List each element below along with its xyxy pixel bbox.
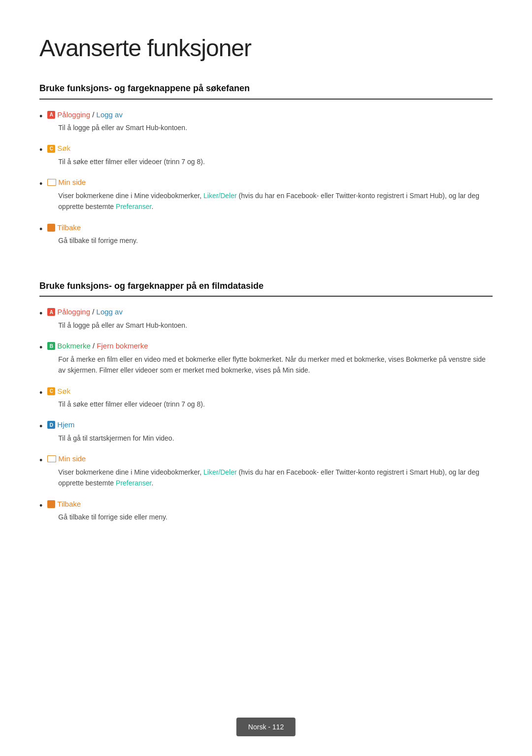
bullet: •	[39, 342, 42, 354]
liker-deler-link[interactable]: Liker/Deler	[203, 192, 237, 200]
minside-icon2	[47, 455, 56, 462]
list-item: • BBokmerke / Fjern bokmerke For å merke…	[39, 341, 493, 383]
section1-list: • APålogging / Logg av Til å logge på el…	[39, 109, 493, 254]
bullet: •	[39, 308, 42, 320]
item-hjem: DHjem Til å gå til startskjermen for Min…	[47, 419, 493, 451]
sok-link[interactable]: Søk	[57, 144, 70, 152]
sok-link2[interactable]: Søk	[57, 387, 70, 395]
liker-deler-link2[interactable]: Liker/Deler	[203, 468, 237, 476]
tilbake-icon	[47, 224, 55, 232]
bokmerke-link[interactable]: Bokmerke	[57, 342, 91, 350]
section2-list: • APålogging / Logg av Til å logge på el…	[39, 307, 493, 530]
item-label: Min side	[47, 177, 493, 188]
bullet: •	[39, 223, 42, 236]
minside-link2[interactable]: Min side	[58, 454, 86, 463]
c-button-icon: C	[47, 145, 55, 153]
item-label: APålogging / Logg av	[47, 307, 493, 318]
list-item: • Min side Viser bokmerkene dine i Mine …	[39, 453, 493, 496]
minside-link[interactable]: Min side	[58, 178, 86, 186]
d-button-icon: D	[47, 421, 55, 429]
item-label: APålogging / Logg av	[47, 109, 493, 121]
fjern-bokmerke-link[interactable]: Fjern bokmerke	[97, 342, 148, 350]
footer-label: Norsk - 112	[236, 718, 296, 736]
loggav-link2[interactable]: Logg av	[97, 308, 123, 316]
bullet: •	[39, 387, 42, 399]
bullet: •	[39, 420, 42, 433]
tilbake-link2[interactable]: Tilbake	[57, 500, 81, 508]
list-item: • APålogging / Logg av Til å logge på el…	[39, 307, 493, 339]
preferanser-link2[interactable]: Preferanser	[116, 479, 151, 487]
bullet: •	[39, 500, 42, 512]
a-button-icon: A	[47, 308, 55, 316]
item-label: CSøk	[47, 143, 493, 154]
item-minside2: Min side Viser bokmerkene dine i Mine vi…	[47, 453, 493, 496]
list-item: • APålogging / Logg av Til å logge på el…	[39, 109, 493, 141]
section-filmdataside: Bruke funksjons- og fargeknapper på en f…	[39, 279, 493, 531]
item-palogging1: APålogging / Logg av Til å logge på elle…	[47, 109, 493, 141]
c-button-icon2: C	[47, 387, 55, 395]
item-desc: Viser bokmerkene dine i Mine videobokmer…	[47, 190, 493, 212]
section1-heading: Bruke funksjons- og fargeknappene på søk…	[39, 81, 493, 100]
item-label: CSøk	[47, 386, 493, 397]
minside-icon	[47, 179, 56, 186]
item-tilbake2: Tilbake Gå tilbake til forrige side elle…	[47, 499, 493, 531]
item-label: Tilbake	[47, 222, 493, 234]
item-desc: Til å gå til startskjermen for Min video…	[47, 433, 493, 444]
list-item: • CSøk Til å søke etter filmer eller vid…	[39, 386, 493, 418]
list-item: • Min side Viser bokmerkene dine i Mine …	[39, 177, 493, 220]
item-minside1: Min side Viser bokmerkene dine i Mine vi…	[47, 177, 493, 220]
bullet: •	[39, 454, 42, 467]
item-label: Tilbake	[47, 499, 493, 510]
item-desc: Til å søke etter filmer eller videoer (t…	[47, 399, 493, 410]
item-tilbake1: Tilbake Gå tilbake til forrige meny.	[47, 222, 493, 254]
b-button-icon: B	[47, 342, 55, 350]
a-button-icon: A	[47, 111, 55, 119]
item-desc: Viser bokmerkene dine i Mine videobokmer…	[47, 467, 493, 489]
list-item: • Tilbake Gå tilbake til forrige meny.	[39, 222, 493, 254]
list-item: • Tilbake Gå tilbake til forrige side el…	[39, 499, 493, 531]
hjem-link[interactable]: Hjem	[57, 420, 74, 429]
item-label: BBokmerke / Fjern bokmerke	[47, 341, 493, 352]
item-bokmerke: BBokmerke / Fjern bokmerke For å merke e…	[47, 341, 493, 383]
bullet: •	[39, 178, 42, 190]
bullet: •	[39, 144, 42, 156]
preferanser-link[interactable]: Preferanser	[116, 203, 151, 210]
item-desc: Gå tilbake til forrige meny.	[47, 235, 493, 246]
section2-heading: Bruke funksjons- og fargeknapper på en f…	[39, 279, 493, 297]
item-desc: For å merke en film eller en video med e…	[47, 354, 493, 376]
item-desc: Til å søke etter filmer eller videoer (t…	[47, 156, 493, 167]
item-desc: Til å logge på eller av Smart Hub-kontoe…	[47, 320, 493, 331]
bullet: •	[39, 110, 42, 123]
item-label: Min side	[47, 453, 493, 465]
tilbake-icon2	[47, 500, 55, 508]
item-sok2: CSøk Til å søke etter filmer eller video…	[47, 386, 493, 418]
list-item: • CSøk Til å søke etter filmer eller vid…	[39, 143, 493, 175]
item-desc: Gå tilbake til forrige side eller meny.	[47, 512, 493, 522]
tilbake-link[interactable]: Tilbake	[57, 223, 81, 232]
palogging-link[interactable]: Pålogging	[57, 110, 90, 119]
palogging-link2[interactable]: Pålogging	[57, 308, 90, 316]
item-palogging2: APålogging / Logg av Til å logge på elle…	[47, 307, 493, 339]
item-desc: Til å logge på eller av Smart Hub-kontoe…	[47, 122, 493, 133]
section-soekefanen: Bruke funksjons- og fargeknappene på søk…	[39, 81, 493, 254]
list-item: • DHjem Til å gå til startskjermen for M…	[39, 419, 493, 451]
item-label: DHjem	[47, 419, 493, 431]
item-sok1: CSøk Til å søke etter filmer eller video…	[47, 143, 493, 175]
page-title: Avanserte funksjoner	[39, 30, 493, 68]
loggav-link[interactable]: Logg av	[97, 110, 123, 119]
